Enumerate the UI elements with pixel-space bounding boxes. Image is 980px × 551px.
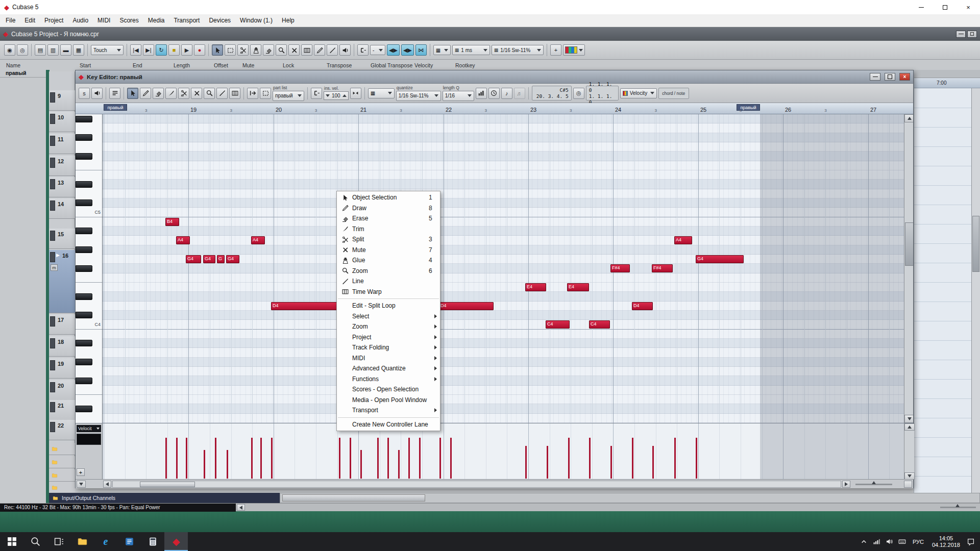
menu-file[interactable]: File	[1, 14, 20, 27]
open-pool-button[interactable]: ▦	[73, 44, 84, 56]
menu-item-media-open-pool-window[interactable]: Media - Open Pool Window	[337, 395, 440, 406]
show-infoline-button[interactable]	[109, 88, 120, 99]
velocity-bar[interactable]	[204, 450, 205, 479]
track-row-11[interactable]: 11	[49, 134, 75, 154]
nudge-right-button[interactable]: ◀▶	[401, 44, 414, 56]
scrollbar-track[interactable]	[112, 481, 841, 488]
project-maximize-button[interactable]	[967, 31, 977, 38]
scroll-right-button[interactable]	[842, 481, 850, 488]
office-button[interactable]	[117, 532, 141, 551]
step-input-button[interactable]	[476, 88, 487, 99]
snap-type-select[interactable]: -	[370, 45, 385, 55]
midi-note[interactable]: C4	[546, 320, 570, 329]
velocity-bar[interactable]	[271, 438, 273, 479]
search-button[interactable]	[23, 532, 47, 551]
colors-select[interactable]	[563, 44, 585, 56]
erase-tool-button[interactable]	[153, 88, 164, 99]
show-inspector-button[interactable]: ▤	[35, 44, 46, 56]
scrollbar-thumb[interactable]	[140, 482, 195, 487]
scroll-down-button[interactable]	[904, 415, 913, 423]
velocity-bar[interactable]	[260, 438, 262, 479]
scroll-up-button[interactable]	[904, 423, 915, 431]
velocity-bar[interactable]	[525, 446, 527, 479]
midi-note[interactable]: B4	[165, 218, 179, 226]
snap-button[interactable]	[311, 88, 322, 99]
key-editor-maximize-button[interactable]	[885, 73, 895, 81]
velocity-bar[interactable]	[251, 438, 253, 479]
velocity-bar[interactable]	[696, 438, 697, 479]
midi-note[interactable]: G	[217, 255, 225, 263]
close-button[interactable]: ×	[957, 0, 980, 14]
tray-keyboard-button[interactable]	[896, 532, 909, 551]
black-key[interactable]	[76, 116, 92, 122]
autoscroll-button[interactable]	[247, 88, 258, 99]
black-key[interactable]	[76, 228, 92, 234]
track-row-22[interactable]: 22	[49, 420, 75, 440]
midi-note[interactable]: C4	[589, 320, 610, 329]
corner-button[interactable]	[904, 481, 912, 488]
play-button[interactable]: ▶	[181, 44, 192, 56]
goto-previous-marker-button[interactable]: |◀	[130, 44, 141, 56]
midi-connect-button[interactable]: ⋈	[415, 44, 427, 56]
velocity-bar[interactable]	[652, 446, 654, 479]
track-row-18[interactable]: 18	[49, 336, 75, 357]
scrollbar-thumb[interactable]	[282, 494, 425, 502]
midi-note[interactable]: D4	[632, 302, 653, 310]
object-selection-tool-button[interactable]	[127, 88, 138, 99]
track-row-17[interactable]: 17	[49, 314, 75, 335]
velocity-bar[interactable]	[589, 438, 591, 479]
start-button[interactable]	[0, 532, 23, 551]
show-part-borders-button[interactable]	[260, 88, 271, 99]
velocity-bar[interactable]	[387, 438, 389, 479]
velocity-bar[interactable]	[360, 450, 362, 479]
object-selection-tool-button[interactable]	[212, 44, 223, 56]
track-row-15[interactable]: 15	[49, 229, 75, 249]
lane-options-button[interactable]	[77, 481, 86, 488]
midi-note[interactable]: E4	[567, 283, 589, 291]
black-key[interactable]	[76, 153, 92, 160]
midi-note[interactable]: G4	[186, 255, 201, 263]
folder-track-row[interactable]	[49, 482, 75, 494]
speaker-button[interactable]: ◎	[573, 88, 584, 99]
midi-note[interactable]: E4	[525, 283, 546, 291]
midi-note[interactable]: D4	[271, 302, 338, 310]
quantize-select[interactable]: 1/16 Sw-11%	[396, 91, 441, 101]
folder-track-row[interactable]	[49, 456, 75, 468]
tray-speaker2-button[interactable]	[884, 532, 896, 551]
tray-chevron-up-button[interactable]	[858, 532, 870, 551]
velocity-bar[interactable]	[632, 438, 633, 479]
notification-center-button[interactable]	[965, 532, 977, 551]
menu-window-1[interactable]: Window (1.)	[235, 14, 277, 27]
project-minimize-button[interactable]	[956, 31, 966, 38]
goto-next-marker-button[interactable]: ▶|	[143, 44, 154, 56]
scrollbar-thumb[interactable]	[972, 216, 979, 272]
menu-item-draw[interactable]: Draw8	[337, 203, 440, 214]
velocity-lane[interactable]	[103, 423, 904, 480]
range-tool-button[interactable]	[225, 44, 236, 56]
task-view-button[interactable]	[47, 532, 70, 551]
menu-item-line[interactable]: Line	[337, 276, 440, 287]
snap-button[interactable]	[357, 44, 369, 56]
length-quantize-select[interactable]: 1/16	[443, 91, 474, 101]
activate-outputs-button[interactable]: ◉	[4, 44, 15, 56]
part-list-select[interactable]: правый	[273, 91, 304, 101]
midi-note[interactable]: A4	[674, 236, 692, 244]
key-editor-titlebar[interactable]: ◆ Key Editor: правый ×	[76, 70, 913, 84]
key-editor-horizontal-scrollbar[interactable]	[76, 479, 913, 488]
menu-item-track-folding[interactable]: Track Folding	[337, 342, 440, 353]
tray-network-button[interactable]	[871, 532, 883, 551]
black-key[interactable]	[76, 359, 92, 365]
record-enable-button[interactable]: ◎	[17, 44, 28, 56]
menu-devices[interactable]: Devices	[204, 14, 235, 27]
folder-track-row[interactable]	[49, 469, 75, 482]
black-key[interactable]	[76, 312, 92, 318]
velocity-bar[interactable]	[176, 438, 178, 479]
velocity-bar[interactable]	[419, 438, 421, 479]
controller-select[interactable]: Velocit	[77, 425, 101, 432]
black-key[interactable]	[76, 378, 92, 384]
track-row-21[interactable]: 21	[49, 400, 75, 420]
taskbar-clock[interactable]: 14:05 04.12.2018	[928, 535, 964, 548]
velocity-bar[interactable]	[568, 438, 570, 479]
velocity-bar[interactable]	[408, 438, 410, 479]
velocity-bar[interactable]	[350, 438, 351, 479]
